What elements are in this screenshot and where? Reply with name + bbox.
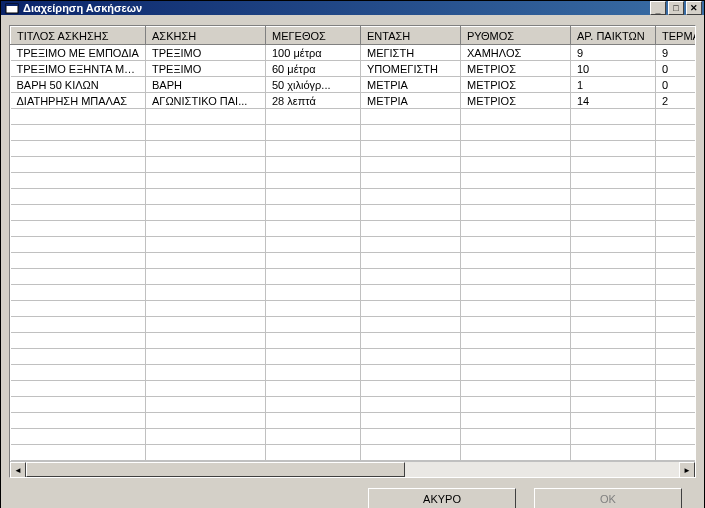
table-cell[interactable]	[571, 445, 656, 461]
table-cell[interactable]: 0	[656, 61, 696, 77]
table-cell[interactable]	[571, 253, 656, 269]
table-cell[interactable]	[11, 301, 146, 317]
table-cell[interactable]	[461, 157, 571, 173]
table-cell[interactable]: ΜΕΤΡΙΑ	[361, 93, 461, 109]
table-cell[interactable]	[571, 205, 656, 221]
table-cell[interactable]	[461, 365, 571, 381]
table-cell[interactable]	[461, 397, 571, 413]
table-cell[interactable]	[461, 381, 571, 397]
table-cell[interactable]	[571, 381, 656, 397]
table-cell[interactable]: ΥΠΟΜΕΓΙΣΤΗ	[361, 61, 461, 77]
table-cell[interactable]	[146, 253, 266, 269]
table-row[interactable]	[11, 397, 696, 413]
table-cell[interactable]	[146, 269, 266, 285]
table-cell[interactable]	[146, 413, 266, 429]
table-cell[interactable]: ΔΙΑΤΗΡΗΣΗ ΜΠΑΛΑΣ	[11, 93, 146, 109]
table-cell[interactable]	[146, 205, 266, 221]
table-cell[interactable]	[571, 269, 656, 285]
table-cell[interactable]	[571, 141, 656, 157]
table-cell[interactable]	[11, 205, 146, 221]
table-cell[interactable]	[461, 205, 571, 221]
maximize-button[interactable]: □	[668, 1, 684, 15]
table-cell[interactable]	[11, 365, 146, 381]
table-cell[interactable]	[656, 189, 696, 205]
table-cell[interactable]	[266, 157, 361, 173]
table-cell[interactable]	[656, 317, 696, 333]
table-cell[interactable]	[656, 349, 696, 365]
table-cell[interactable]	[461, 221, 571, 237]
table-row[interactable]	[11, 349, 696, 365]
table-cell[interactable]	[266, 445, 361, 461]
table-cell[interactable]	[266, 125, 361, 141]
table-cell[interactable]: ΜΕΤΡΙΑ	[361, 77, 461, 93]
table-cell[interactable]: 60 μέτρα	[266, 61, 361, 77]
table-cell[interactable]	[146, 173, 266, 189]
table-row[interactable]	[11, 445, 696, 461]
col-header-rhythm[interactable]: ΡΥΘΜΟΣ	[461, 27, 571, 45]
table-cell[interactable]	[461, 285, 571, 301]
table-row[interactable]	[11, 365, 696, 381]
table-cell[interactable]: ΤΡΕΞΙΜΟ ΕΞΗΝΤΑ ΜΕΤ...	[11, 61, 146, 77]
table-cell[interactable]	[11, 141, 146, 157]
table-cell[interactable]	[266, 253, 361, 269]
table-cell[interactable]: ΤΡΕΞΙΜΟ ΜΕ ΕΜΠΟΔΙΑ	[11, 45, 146, 61]
ok-button[interactable]: OK	[534, 488, 682, 508]
table-cell[interactable]	[571, 429, 656, 445]
table-cell[interactable]	[461, 445, 571, 461]
table-row[interactable]	[11, 173, 696, 189]
table-cell[interactable]	[361, 205, 461, 221]
table-cell[interactable]	[461, 109, 571, 125]
table-row[interactable]	[11, 141, 696, 157]
table-cell[interactable]	[11, 333, 146, 349]
table-cell[interactable]	[656, 429, 696, 445]
table-cell[interactable]	[266, 189, 361, 205]
table-cell[interactable]	[656, 413, 696, 429]
table-cell[interactable]	[361, 253, 461, 269]
table-cell[interactable]	[656, 285, 696, 301]
minimize-button[interactable]: _	[650, 1, 666, 15]
table-cell[interactable]: 2	[656, 93, 696, 109]
table-cell[interactable]: ΤΡΕΞΙΜΟ	[146, 61, 266, 77]
table-cell[interactable]: ΑΓΩΝΙΣΤΙΚΟ ΠΑΙ...	[146, 93, 266, 109]
table-cell[interactable]	[571, 189, 656, 205]
table-cell[interactable]	[361, 349, 461, 365]
table-cell[interactable]	[11, 397, 146, 413]
table-row[interactable]	[11, 285, 696, 301]
table-cell[interactable]	[361, 173, 461, 189]
table-row[interactable]: ΤΡΕΞΙΜΟ ΜΕ ΕΜΠΟΔΙΑΤΡΕΞΙΜΟ100 μέτραΜΕΓΙΣΤ…	[11, 45, 696, 61]
table-cell[interactable]	[361, 333, 461, 349]
table-cell[interactable]	[656, 269, 696, 285]
table-cell[interactable]: 0	[656, 77, 696, 93]
close-button[interactable]: ✕	[686, 1, 702, 15]
table-cell[interactable]	[146, 365, 266, 381]
table-cell[interactable]	[266, 349, 361, 365]
table-cell[interactable]: 10	[571, 61, 656, 77]
table-cell[interactable]	[571, 109, 656, 125]
table-cell[interactable]	[656, 221, 696, 237]
table-cell[interactable]	[571, 285, 656, 301]
cancel-button[interactable]: ΑΚΥΡΟ	[368, 488, 516, 508]
table-cell[interactable]	[571, 301, 656, 317]
table-cell[interactable]	[571, 157, 656, 173]
table-cell[interactable]	[656, 173, 696, 189]
table-cell[interactable]	[146, 445, 266, 461]
table-cell[interactable]	[146, 381, 266, 397]
table-cell[interactable]	[571, 349, 656, 365]
table-cell[interactable]: 9	[656, 45, 696, 61]
table-cell[interactable]	[266, 429, 361, 445]
table-cell[interactable]	[361, 237, 461, 253]
table-cell[interactable]	[361, 317, 461, 333]
scroll-thumb[interactable]	[26, 462, 405, 477]
table-cell[interactable]	[571, 317, 656, 333]
table-cell[interactable]: ΜΕΤΡΙΟΣ	[461, 93, 571, 109]
table-cell[interactable]	[266, 365, 361, 381]
scroll-left-button[interactable]: ◄	[10, 462, 26, 478]
table-cell[interactable]: 100 μέτρα	[266, 45, 361, 61]
table-cell[interactable]	[11, 173, 146, 189]
table-cell[interactable]	[656, 333, 696, 349]
table-cell[interactable]	[146, 141, 266, 157]
col-header-size[interactable]: ΜΕΓΕΘΟΣ	[266, 27, 361, 45]
table-cell[interactable]	[146, 157, 266, 173]
table-cell[interactable]	[461, 333, 571, 349]
table-row[interactable]	[11, 237, 696, 253]
